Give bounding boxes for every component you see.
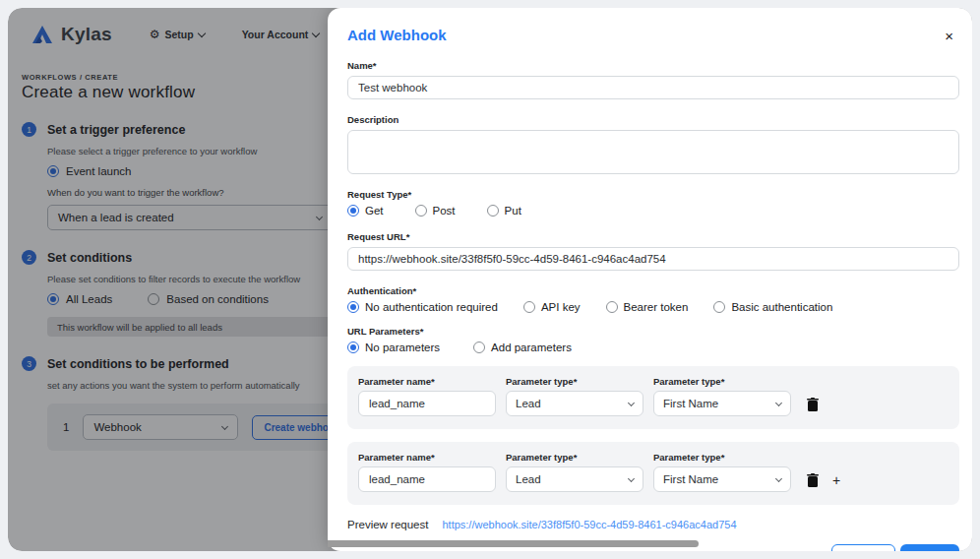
chevron-down-icon [628,399,635,405]
radio-icon [415,205,427,217]
name-label: Name* [347,60,959,71]
request-url-input[interactable] [347,247,959,271]
radio-get[interactable]: Get [347,205,384,217]
radio-icon [473,342,485,353]
name-input[interactable] [347,76,959,99]
trash-icon [807,398,819,411]
description-label: Description [347,114,959,125]
radio-label: Add parameters [491,342,572,353]
parameter-name-input[interactable] [358,391,496,416]
radio-selected-icon [347,205,359,217]
parameter-type-label: Parameter type* [506,452,643,463]
radio-icon [487,205,499,217]
modal-title: Add Webhook [347,27,447,43]
radio-put[interactable]: Put [487,205,521,217]
cancel-button[interactable]: Cancel [831,544,895,551]
url-parameters-label: URL Parameters* [347,326,959,337]
preview-request-link[interactable]: https://webhook.site/33f8f5f0-59cc-4d59-… [442,519,736,530]
request-type-label: Request Type* [347,189,959,200]
close-icon[interactable]: × [945,29,953,43]
radio-label: API key [541,301,581,313]
parameter-type-select[interactable]: Lead [506,466,643,492]
radio-selected-icon [347,342,359,353]
radio-add-parameters[interactable]: Add parameters [473,342,572,353]
radio-label: No parameters [365,342,440,353]
radio-label: Post [433,205,456,217]
description-input[interactable] [347,130,959,174]
parameter-name-label: Parameter name* [358,376,496,387]
radio-icon [523,301,535,313]
select-value: First Name [663,398,718,409]
parameter-field-select[interactable]: First Name [653,391,791,416]
parameter-type-select[interactable]: Lead [506,391,643,416]
radio-icon [606,301,618,313]
radio-label: Basic authentication [731,301,832,313]
radio-basic-auth[interactable]: Basic authentication [713,301,832,313]
add-parameter-button[interactable]: + [832,473,840,487]
authentication-label: Authentication* [347,285,959,296]
radio-no-auth[interactable]: No authentication required [347,301,498,313]
chevron-down-icon [628,474,635,481]
radio-no-parameters[interactable]: No parameters [347,342,440,353]
parameter-field-select[interactable]: First Name [653,466,791,492]
parameter-name-input[interactable] [358,466,496,492]
delete-parameter-button[interactable] [807,473,819,487]
app-frame: Kylas ⚙ Setup Your Account Module Custom… [8,8,972,551]
parameter-row: Parameter name* Parameter type* Lead Par… [347,442,959,505]
delete-parameter-button[interactable] [807,398,819,411]
parameter-field-label: Parameter type* [653,452,791,463]
parameter-field-label: Parameter type* [653,376,791,387]
select-value: Lead [516,398,541,409]
parameter-name-label: Parameter name* [358,452,496,463]
save-button[interactable]: Save [900,544,959,551]
request-url-label: Request URL* [347,231,959,242]
parameter-type-label: Parameter type* [506,376,643,387]
radio-label: Bearer token [624,301,689,313]
chevron-down-icon [775,399,782,405]
radio-api-key[interactable]: API key [523,301,581,313]
parameter-row: Parameter name* Parameter type* Lead Par… [347,366,959,429]
add-webhook-modal: Add Webhook × Name* Description Request … [328,8,972,551]
horizontal-scrollbar[interactable] [328,540,699,547]
radio-label: Get [365,205,384,217]
radio-label: No authentication required [365,301,498,313]
preview-request-label: Preview request [347,519,428,530]
radio-bearer-token[interactable]: Bearer token [606,301,689,313]
radio-selected-icon [347,301,359,313]
select-value: Lead [516,473,541,485]
radio-post[interactable]: Post [415,205,456,217]
radio-icon [713,301,725,313]
trash-icon [807,473,819,487]
select-value: First Name [663,473,718,485]
radio-label: Put [505,205,521,217]
chevron-down-icon [775,474,782,481]
